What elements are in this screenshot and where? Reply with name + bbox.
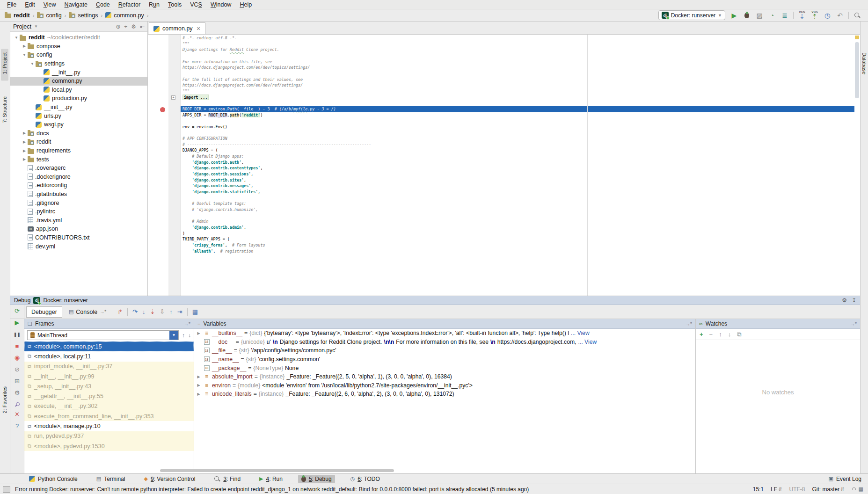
tree-item-reddit[interactable]: ▼reddit~/cookiecutter/reddit (10, 33, 147, 42)
tree-item-.dockerignore[interactable]: .dockerignore (10, 173, 147, 182)
variable-row[interactable]: ▶≡absolute_import = {instance} _Feature:… (194, 372, 695, 381)
menu-vcs[interactable]: VCS (186, 0, 206, 9)
editor-content[interactable]: + # -*- coding: utf-8 -*-"""Django setti… (148, 35, 860, 296)
code-line[interactable] (181, 53, 854, 59)
remove-watch-icon[interactable]: − (709, 331, 713, 338)
chevron-down-icon[interactable]: ▼ (13, 36, 20, 40)
show-execution-point-icon[interactable]: ↱ (117, 308, 123, 315)
code-line[interactable]: 'allauth', # registration (181, 248, 854, 254)
menu-code[interactable]: Code (92, 0, 114, 9)
vcs-commit-button[interactable]: VCS⇡ (810, 10, 819, 21)
view-breakpoints-icon[interactable]: ◉ (15, 355, 20, 362)
tree-item-wsgi.py[interactable]: wsgi.py (10, 120, 147, 129)
variable-token[interactable]: ... View (571, 330, 590, 336)
chevron-right-icon[interactable]: ▶ (21, 131, 28, 135)
frame-row[interactable]: ⧉<module>, local.py:11 (24, 351, 194, 361)
stop-icon[interactable]: ■ (15, 343, 19, 350)
tree-item-config[interactable]: ▼config (10, 51, 147, 59)
tree-item-local.py[interactable]: local.py (10, 86, 147, 94)
fold-gutter[interactable] (168, 35, 181, 296)
tree-item-.gitattributes[interactable]: .gitattributes (10, 190, 147, 199)
tool-button-debug[interactable]: 5: Debug (298, 475, 335, 483)
code-line[interactable]: # Useful template tags: (181, 201, 854, 207)
menu-run[interactable]: Run (145, 0, 164, 9)
tool-button-todo[interactable]: ◷6: TODO (347, 475, 383, 483)
frame-row[interactable]: ⧉<module>, common.py:15 (24, 341, 194, 351)
code-line[interactable]: # Admin (181, 218, 854, 225)
breadcrumb-item-reddit[interactable]: reddit (5, 12, 30, 19)
force-step-into-icon[interactable]: ⇩ (160, 308, 165, 315)
tool-button-database[interactable]: Database (861, 49, 868, 78)
code-line[interactable]: 'crispy_forms', # Form layouts (181, 242, 854, 248)
code-line[interactable]: 'django.contrib.sessions', (181, 171, 854, 177)
previous-frame-icon[interactable]: ↑ (182, 332, 185, 339)
step-into-icon[interactable]: ↓ (142, 308, 146, 315)
chevron-down-icon[interactable]: ▼ (169, 331, 178, 340)
locate-icon[interactable]: ⊕ (116, 23, 121, 30)
tree-item-.coveragerc[interactable]: .coveragerc (10, 164, 147, 173)
code-line[interactable]: """ (181, 88, 854, 94)
code-line[interactable]: THIRD_PARTY_APPS = ( (181, 236, 854, 242)
frame-row[interactable]: ⧉__getattr__, __init__.py:55 (24, 391, 194, 401)
tool-button-run[interactable]: ▶4: Run (256, 475, 286, 483)
frame-row[interactable]: ⧉<module>, manage.py:10 (24, 421, 194, 431)
profiler-button[interactable]: ◔ (768, 10, 776, 21)
chevron-right-icon[interactable]: ▶ (21, 44, 28, 48)
code-line[interactable] (181, 118, 854, 124)
menu-navigate[interactable]: Navigate (60, 0, 92, 9)
float-panel-icon[interactable]: →* (850, 321, 857, 327)
tool-button-version-control[interactable]: ◆9: Version Control (141, 475, 199, 483)
float-panel-icon[interactable]: →* (184, 321, 190, 327)
menu-tools[interactable]: Tools (164, 0, 186, 9)
tree-item-urls.py[interactable]: urls.py (10, 111, 147, 120)
code-line[interactable]: 'django.contrib.messages', (181, 183, 854, 189)
tool-button-favorites[interactable]: 2: Favorites (1, 382, 8, 418)
frame-row[interactable]: ⧉execute_from_command_line, __init__.py:… (24, 411, 194, 421)
step-over-icon[interactable]: ↷ (132, 308, 138, 315)
code-line[interactable]: https://docs.djangoproject.com/en/dev/to… (181, 65, 854, 71)
tree-item-reddit[interactable]: ▶reddit (10, 138, 147, 146)
run-to-cursor-icon[interactable]: ⇥ (177, 308, 182, 315)
chevron-right-icon[interactable]: ▶ (21, 140, 28, 144)
code-line[interactable]: """ (181, 41, 854, 47)
debug-horizontal-scrollbar[interactable] (160, 469, 394, 472)
status-lf[interactable]: LF⇵ (771, 486, 782, 493)
code-line[interactable]: DJANGO_APPS = ( (181, 147, 854, 153)
close-icon[interactable]: ✕ (197, 26, 201, 32)
code-line[interactable]: APPS_DIR = ROOT_DIR.path('reddit') (181, 112, 854, 118)
project-panel-title[interactable]: Project (13, 23, 31, 30)
hide-panel-icon[interactable]: ⇤ (140, 23, 145, 30)
tree-item-compose[interactable]: ▶compose (10, 42, 147, 51)
expander-icon[interactable]: ▶ (196, 331, 201, 335)
tool-button-structure[interactable]: 7: Structure (1, 91, 8, 129)
editor-scrollbar[interactable] (855, 42, 859, 98)
menu-window[interactable]: Window (206, 0, 235, 9)
chevron-down-icon[interactable]: ▼ (34, 24, 38, 29)
expander-icon[interactable]: ▶ (196, 383, 201, 387)
code-line[interactable]: 'django.contrib.contenttypes', (181, 165, 854, 171)
code-line[interactable]: # -*- coding: utf-8 -*- (181, 35, 854, 41)
variable-row[interactable]: 18__package__ = {NoneType} None (194, 363, 695, 372)
code-line[interactable] (181, 195, 854, 201)
breakpoint-icon[interactable] (160, 107, 165, 112)
move-watch-down-icon[interactable]: ↓ (728, 331, 731, 338)
breadcrumb-item-settings[interactable]: settings (69, 12, 98, 19)
tree-item-__init__.py[interactable]: __init__.py (10, 68, 147, 77)
gear-icon[interactable]: ⚙ (131, 23, 136, 30)
status-git-master[interactable]: Git: master⇵ (812, 486, 845, 493)
code-line[interactable]: Django settings for Reddit Clone project… (181, 47, 854, 53)
frame-row[interactable]: ⧉__init__, __init__.py:99 (24, 371, 194, 381)
tree-item-dev.yml[interactable]: dev.yml (10, 242, 147, 251)
tree-item-docs[interactable]: ▶docs (10, 129, 147, 138)
frame-row[interactable]: ⧉_setup, __init__.py:43 (24, 381, 194, 391)
chevron-right-icon[interactable]: ▶ (21, 157, 28, 161)
chevron-down-icon[interactable]: ▼ (21, 53, 28, 57)
code-line[interactable]: For more information on this file, see (181, 59, 854, 65)
tree-item-.travis.yml[interactable]: .travis.yml (10, 216, 147, 225)
tool-button-terminal[interactable]: ▤Terminal (93, 475, 129, 483)
restore-layout-icon[interactable]: ⊞ (15, 378, 20, 385)
code-line[interactable]: # 'django.contrib.humanize', (181, 207, 854, 213)
duplicate-watch-icon[interactable]: ⧉ (737, 331, 741, 338)
collapse-all-icon[interactable]: ÷ (124, 23, 128, 30)
help-icon[interactable]: ? (15, 423, 19, 430)
